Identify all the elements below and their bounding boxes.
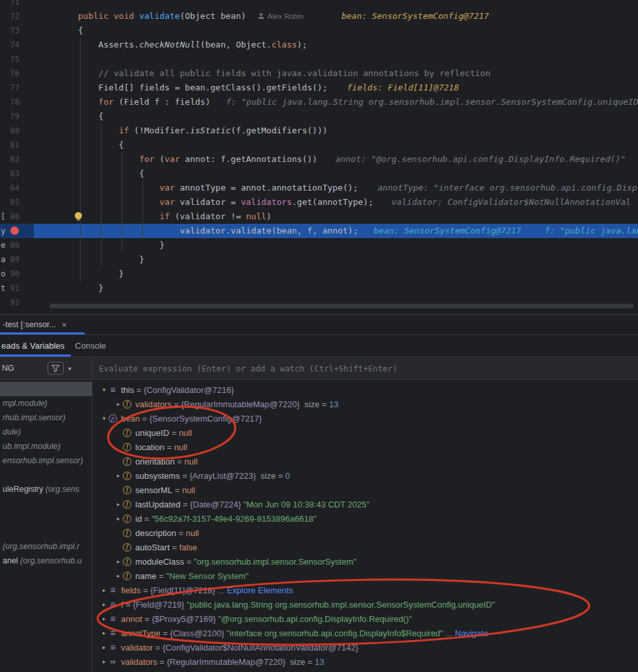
- variable-row[interactable]: ▸fvalidators = {RegularImmutableMap@7220…: [93, 397, 638, 411]
- chevron-right-icon[interactable]: ▸: [114, 401, 123, 407]
- chevron-right-icon[interactable]: ▸: [100, 644, 109, 651]
- watch-variable-icon: ∞: [109, 658, 117, 666]
- debug-session-tab[interactable]: -test [:sensor... ×: [0, 315, 73, 334]
- variable-row[interactable]: ▸≡f = {Field@7219} "public java.lang.Str…: [93, 597, 638, 612]
- code-line: {: [78, 23, 83, 38]
- code-token: .get(annotType);: [292, 197, 373, 207]
- variable-row[interactable]: ▾pbean = {SensorSystemConfig@7217}: [93, 411, 638, 425]
- line-number[interactable]: 92: [0, 295, 20, 310]
- chevron-down-icon[interactable]: ▾: [100, 415, 109, 422]
- frame-row[interactable]: anel (org.sensorhub.u: [0, 554, 92, 568]
- variable-row[interactable]: fdescription = null: [93, 526, 638, 540]
- frame-location: (org.sensorhub.u: [20, 556, 82, 565]
- threads-filter-dropdown[interactable]: NG ▾: [0, 357, 92, 379]
- chevron-right-icon[interactable]: ▸: [114, 572, 123, 579]
- variable-row[interactable]: ▸∞validators = {RegularImmutableMap@7220…: [93, 654, 638, 669]
- variable-row[interactable]: ▾≡this = {ConfigValidator@7216}: [93, 383, 638, 397]
- variable-row[interactable]: ▸≡validator = {ConfigValidator$NotNullAn…: [93, 640, 638, 654]
- loc-variable-icon: ≡: [109, 615, 117, 623]
- line-number[interactable]: 80: [0, 124, 20, 138]
- clipped-edge-text: y: [1, 224, 6, 238]
- variable-row[interactable]: ▸≡fields = {Field[11]@7218} ... Explore …: [93, 583, 638, 597]
- chevron-right-icon[interactable]: ▸: [114, 515, 123, 522]
- frame-row[interactable]: [0, 511, 92, 525]
- frame-row[interactable]: rhub.impl.sensor): [0, 410, 92, 425]
- tab-console[interactable]: Console: [73, 335, 115, 356]
- variable-value: null: [182, 485, 195, 495]
- line-number[interactable]: 81: [0, 138, 20, 152]
- frame-row[interactable]: [0, 525, 92, 539]
- frame-method: anel: [3, 556, 20, 565]
- variable-row[interactable]: ▸flastUpdated = {Date@7224} "Mon Jun 09 …: [93, 497, 638, 511]
- frame-row[interactable]: dule): [0, 425, 92, 439]
- variable-row[interactable]: fsensorML = null: [93, 483, 638, 497]
- frame-row[interactable]: mpl.module): [0, 396, 92, 410]
- frame-row[interactable]: [0, 468, 92, 482]
- variable-value: "public java.lang.String org.sensorhub.i…: [187, 600, 495, 610]
- variable-row[interactable]: ▸fsubsystems = {ArrayList@7223} size = 0: [93, 468, 638, 483]
- variable-value: ...: [443, 628, 455, 638]
- debug-tool-window: -test [:sensor... × eads & Variables Con…: [0, 314, 638, 672]
- frame-row[interactable]: (org.sensorhub.impl.r: [0, 539, 92, 554]
- tab-threads-variables[interactable]: eads & Variables: [0, 335, 73, 356]
- code-editor[interactable]: 7172public void validate(Object bean)Ale…: [0, 0, 638, 314]
- chevron-right-icon[interactable]: ▸: [100, 601, 109, 608]
- variable-row[interactable]: ▸≡annotType = {Class@2100} "interface or…: [93, 626, 638, 640]
- variable-value: false: [179, 543, 197, 552]
- variable-name: validator: [121, 643, 153, 652]
- frame-row[interactable]: [0, 496, 92, 511]
- variable-row[interactable]: ▸fname = "New Sensor System": [93, 569, 638, 583]
- line-number[interactable]: 85: [0, 195, 20, 209]
- line-number[interactable]: 77: [0, 81, 20, 95]
- chevron-right-icon[interactable]: ▸: [100, 658, 109, 665]
- variable-value: =: [142, 614, 152, 624]
- navigate-link[interactable]: Navigate: [455, 628, 488, 638]
- line-number[interactable]: 72: [0, 9, 20, 23]
- variable-row[interactable]: ▸fid = "56c92a7f-3157-49e4-9269-8153896a…: [93, 511, 638, 526]
- filter-funnel-icon[interactable]: [47, 362, 64, 375]
- line-number[interactable]: 84: [0, 181, 20, 195]
- frames-list: mpl.module)rhub.impl.sensor)dule)ub.impl…: [0, 380, 92, 672]
- chevron-right-icon[interactable]: ▸: [114, 501, 123, 507]
- line-number[interactable]: 78: [0, 95, 20, 109]
- explore-elements-link[interactable]: Explore Elements: [227, 585, 293, 595]
- variable-name: location: [135, 442, 165, 452]
- p-variable-icon: p: [109, 414, 117, 423]
- evaluate-expression-input[interactable]: Evaluate expression (Enter) or add a wat…: [92, 357, 638, 379]
- chevron-down-icon[interactable]: ▾: [100, 386, 109, 393]
- author-annotation[interactable]: Alex Robin: [258, 12, 304, 20]
- chevron-right-icon[interactable]: ▸: [100, 615, 109, 622]
- chevron-right-icon[interactable]: ▸: [100, 587, 109, 593]
- variable-row[interactable]: funiqueID = null: [93, 425, 638, 440]
- line-number[interactable]: 76: [0, 66, 20, 81]
- chevron-right-icon[interactable]: ▸: [114, 472, 123, 479]
- line-number[interactable]: 79: [0, 109, 20, 124]
- frame-row[interactable]: [0, 382, 92, 396]
- variable-row[interactable]: flocation = null: [93, 440, 638, 454]
- debug-toolbar-row: NG ▾ Evaluate expression (Enter) or add …: [0, 357, 638, 380]
- loc-variable-icon: ≡: [109, 600, 117, 609]
- line-number[interactable]: 82: [0, 152, 20, 167]
- line-number[interactable]: 75: [0, 52, 20, 66]
- close-icon[interactable]: ×: [62, 320, 67, 330]
- chevron-right-icon[interactable]: ▸: [114, 558, 123, 565]
- line-number[interactable]: 73: [0, 23, 20, 38]
- debugger-inline-hint: fields: Field[11]@7218: [347, 83, 459, 92]
- line-number[interactable]: 71: [0, 0, 20, 9]
- code-token: [78, 154, 139, 164]
- frame-row[interactable]: ensorhub.impl.sensor): [0, 453, 92, 468]
- code-line: }: [78, 267, 124, 281]
- variable-value: "56c92a7f-3157-49e4-9269-8153896a6618": [152, 514, 317, 524]
- horizontal-scrollbar[interactable]: [49, 304, 633, 308]
- line-number[interactable]: 83: [0, 167, 20, 181]
- variable-row[interactable]: fautoStart = false: [93, 540, 638, 554]
- intention-bulb-icon[interactable]: [75, 212, 82, 219]
- variable-row[interactable]: forientation = null: [93, 454, 638, 468]
- variable-row[interactable]: ▸fmoduleClass = "org.sensorhub.impl.sens…: [93, 554, 638, 569]
- frame-row[interactable]: uleRegistry (org.sens: [0, 482, 92, 496]
- breakpoint-icon[interactable]: [10, 226, 19, 235]
- frame-row[interactable]: ub.impl.module): [0, 439, 92, 453]
- variable-row[interactable]: ▸≡annot = {$Proxy5@7169} "@org.sensorhub…: [93, 612, 638, 626]
- chevron-right-icon[interactable]: ▸: [100, 630, 109, 636]
- line-number[interactable]: 74: [0, 38, 20, 52]
